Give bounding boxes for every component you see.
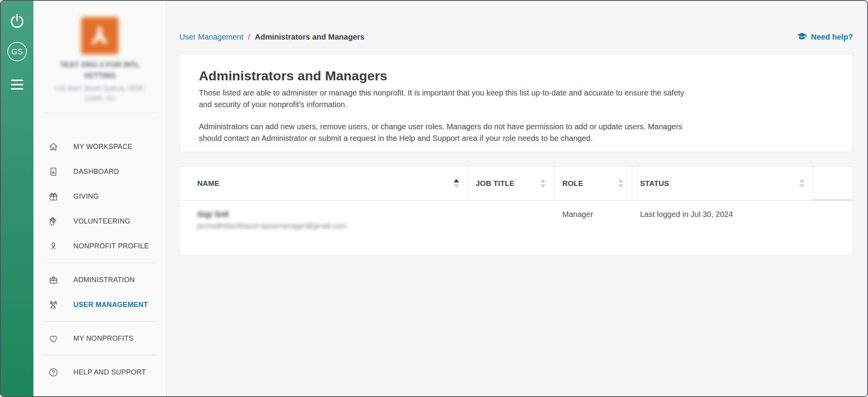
user-avatar[interactable]: GS <box>7 42 27 61</box>
sort-arrows-icon <box>454 179 459 188</box>
column-header-label: ROLE <box>562 179 583 188</box>
sidebar-item-label: MY NONPROFITS <box>73 335 134 343</box>
intro-paragraph-1: Those listed are able to administer or m… <box>199 87 687 110</box>
main-content: User Management / Administrators and Man… <box>167 1 867 396</box>
user-name: Gigi Snll <box>197 210 468 219</box>
column-header-status[interactable]: STATUS <box>632 166 814 201</box>
sidebar-item-my-nonprofits[interactable]: MY NONPROFITS <box>33 326 166 351</box>
sidebar-item-help-and-support[interactable]: HELP AND SUPPORT <box>33 360 166 385</box>
page-title: Administrators and Managers <box>199 68 834 84</box>
sidebar-item-label: USER MANAGEMENT <box>73 301 148 309</box>
column-header-label: NAME <box>197 179 219 188</box>
need-help-label: Need help? <box>811 33 853 42</box>
breadcrumb: User Management / Administrators and Man… <box>179 33 364 42</box>
help-circle-icon <box>48 367 59 378</box>
sidebar-item-giving[interactable]: GIVING <box>33 184 166 209</box>
name-cell: Gigi Snll jennwithblackbaud-nposmanager@… <box>180 201 468 255</box>
sort-arrows-icon <box>618 179 623 188</box>
app-window: GS ⅄ TEST ORG 2 FOR INTL VETTING 123 Mai… <box>0 0 868 397</box>
column-header-role[interactable]: ROLE <box>555 166 632 201</box>
divider <box>44 263 155 263</box>
sort-arrows-icon <box>540 179 546 188</box>
breadcrumb-user-management-link[interactable]: User Management <box>179 33 244 42</box>
sidebar-item-label: VOLUNTEERING <box>73 217 130 225</box>
column-header-job-title[interactable]: JOB TITLE <box>468 166 555 201</box>
intro-card: Administrators and Managers Those listed… <box>179 54 853 152</box>
sidebar-item-my-workspace[interactable]: MY WORKSPACE <box>33 134 166 159</box>
sidebar-item-label: HELP AND SUPPORT <box>73 368 146 376</box>
sidebar-item-administration[interactable]: ADMINISTRATION <box>33 267 166 292</box>
graduation-cap-icon <box>797 32 807 42</box>
briefcase-icon <box>48 275 59 285</box>
org-address: 123 Main Street Sydney, NSW, 12345, AU <box>51 83 149 104</box>
breadcrumb-current: Administrators and Managers <box>255 33 364 42</box>
role-cell: Manager <box>555 201 632 255</box>
users-icon <box>48 300 59 310</box>
column-header-actions <box>814 166 852 201</box>
topbar: User Management / Administrators and Man… <box>179 31 853 43</box>
status-cell: Last logged in Jul 30, 2024 <box>632 201 814 255</box>
column-header-label: STATUS <box>640 179 669 188</box>
home-icon <box>48 142 59 152</box>
divider <box>44 321 155 322</box>
job-title-cell <box>468 201 555 255</box>
org-logo: ⅄ <box>81 17 118 54</box>
admins-table-card: NAME JOB TITLE ROLE STATUS <box>179 166 853 255</box>
sidebar-item-volunteering[interactable]: VOLUNTEERING <box>33 209 166 234</box>
dashboard-icon <box>48 166 59 177</box>
hamburger-menu-icon[interactable] <box>11 77 23 92</box>
actions-cell <box>814 201 852 255</box>
heart-icon <box>48 333 59 344</box>
org-logo-glyph: ⅄ <box>91 23 108 49</box>
need-help-link[interactable]: Need help? <box>797 32 853 42</box>
sidebar-item-label: NONPROFIT PROFILE <box>73 242 149 250</box>
gift-icon <box>48 191 59 202</box>
sidebar-item-label: GIVING <box>73 192 99 201</box>
left-rail: GS <box>1 1 33 396</box>
column-header-name[interactable]: NAME <box>180 166 468 201</box>
hand-heart-icon <box>48 216 59 227</box>
power-icon[interactable] <box>8 12 26 30</box>
sidebar-item-user-management[interactable]: USER MANAGEMENT <box>33 292 166 317</box>
breadcrumb-separator: / <box>248 33 250 42</box>
user-email: jennwithblackbaud-nposmanager@gmail.com <box>197 222 468 230</box>
sidebar-item-nonprofit-profile[interactable]: NONPROFIT PROFILE <box>33 234 166 258</box>
table-row: Gigi Snll jennwithblackbaud-nposmanager@… <box>180 201 852 255</box>
sidebar-item-label: MY WORKSPACE <box>73 143 132 151</box>
sidebar: ⅄ TEST ORG 2 FOR INTL VETTING 123 Main S… <box>33 1 167 396</box>
sort-arrows-icon <box>799 179 805 188</box>
sidebar-nav: MY WORKSPACE DASHBOARD <box>33 113 166 385</box>
sidebar-item-label: DASHBOARD <box>73 168 119 176</box>
table-header-row: NAME JOB TITLE ROLE STATUS <box>180 166 852 201</box>
sidebar-item-label: ADMINISTRATION <box>73 276 135 284</box>
column-header-label: JOB TITLE <box>476 179 515 188</box>
org-name: TEST ORG 2 FOR INTL VETTING <box>53 59 146 81</box>
divider <box>44 355 155 355</box>
sidebar-item-dashboard[interactable]: DASHBOARD <box>33 159 166 184</box>
avatar-initials: GS <box>11 47 23 56</box>
intro-paragraph-2: Administrators can add new users, remove… <box>199 121 687 144</box>
ribbon-icon <box>48 241 59 251</box>
